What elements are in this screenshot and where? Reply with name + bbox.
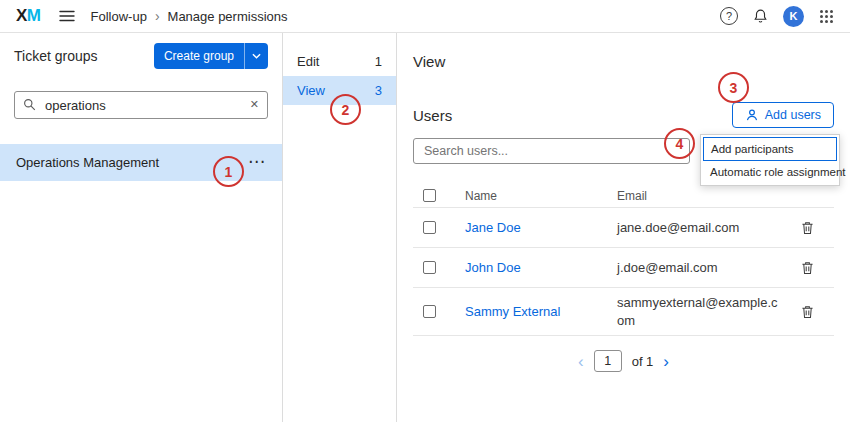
- user-email: j.doe@email.com: [617, 253, 779, 283]
- trash-icon: [801, 261, 814, 275]
- group-search: ✕: [14, 91, 268, 119]
- trash-icon: [801, 221, 814, 235]
- annotation-circle-4: 4: [664, 128, 695, 159]
- delete-user-button[interactable]: [793, 261, 814, 275]
- page-number-input[interactable]: 1: [594, 350, 622, 372]
- xm-logo: X M: [16, 6, 41, 26]
- search-icon: [23, 98, 36, 111]
- user-email: sammyexternal@example.com: [617, 288, 779, 335]
- notifications-bell-icon[interactable]: [753, 8, 768, 24]
- permission-tabs-panel: Edit 1 View 3: [283, 33, 397, 422]
- add-users-button[interactable]: Add users: [732, 102, 834, 128]
- person-icon: [745, 108, 759, 122]
- tab-view-label: View: [297, 83, 325, 98]
- group-search-input[interactable]: [14, 91, 268, 119]
- create-group-split-button: Create group: [154, 43, 268, 69]
- page-count-label: of 1: [632, 354, 654, 369]
- add-users-label: Add users: [765, 108, 821, 122]
- breadcrumb-item-manage-permissions: Manage permissions: [168, 9, 288, 24]
- user-avatar[interactable]: K: [783, 6, 804, 27]
- more-options-icon[interactable]: ⋯: [248, 157, 266, 167]
- manage-permissions-page: X M Follow-up › Manage permissions ? K: [0, 0, 850, 422]
- chevron-down-icon: [252, 53, 261, 59]
- delete-user-button[interactable]: [793, 305, 814, 319]
- tab-edit-label: Edit: [297, 54, 319, 69]
- delete-user-button[interactable]: [793, 221, 814, 235]
- logo-letter-x: X: [16, 6, 27, 26]
- add-users-dropdown-menu: Add participants Automatic role assignme…: [700, 134, 840, 186]
- group-name-label: Operations Management: [16, 155, 159, 170]
- previous-page-icon[interactable]: ‹: [578, 353, 584, 370]
- tab-edit[interactable]: Edit 1: [283, 47, 396, 76]
- breadcrumb: Follow-up › Manage permissions: [91, 9, 288, 24]
- users-search-input[interactable]: [413, 138, 690, 164]
- view-detail-panel: View Users Add users Name Email: [397, 33, 850, 422]
- column-header-name: Name: [465, 189, 617, 203]
- logo-letter-m: M: [27, 6, 41, 26]
- help-icon[interactable]: ?: [720, 7, 738, 25]
- table-row: John Doe j.doe@email.com: [413, 248, 834, 288]
- user-name-link[interactable]: Jane Doe: [465, 220, 617, 235]
- ticket-groups-header: Ticket groups Create group: [14, 43, 268, 69]
- users-table: Name Email Jane Doe jane.doe@email.com J…: [413, 184, 834, 336]
- user-email: jane.doe@email.com: [617, 213, 779, 243]
- create-group-button[interactable]: Create group: [154, 43, 244, 69]
- menu-item-automatic-role-assignment[interactable]: Automatic role assignment: [703, 161, 837, 183]
- trash-icon: [801, 305, 814, 319]
- apps-grid-icon[interactable]: [819, 9, 834, 24]
- user-name-link[interactable]: John Doe: [465, 260, 617, 275]
- panel-title: Ticket groups: [14, 48, 98, 64]
- annotation-circle-2: 2: [330, 94, 361, 125]
- next-page-icon[interactable]: ›: [663, 353, 669, 370]
- user-name-link[interactable]: Sammy External: [465, 304, 617, 319]
- column-header-email: Email: [617, 189, 793, 203]
- users-table-header: Name Email: [413, 184, 834, 208]
- tab-edit-count: 1: [375, 54, 382, 69]
- hamburger-menu-icon[interactable]: [59, 9, 75, 23]
- ticket-groups-panel: Ticket groups Create group ✕ Operations …: [0, 33, 283, 422]
- clear-search-icon[interactable]: ✕: [250, 98, 259, 111]
- annotation-circle-1: 1: [213, 156, 244, 187]
- select-row-checkbox[interactable]: [423, 305, 436, 318]
- tab-view-count: 3: [375, 83, 382, 98]
- breadcrumb-item-followup[interactable]: Follow-up: [91, 9, 147, 24]
- select-row-checkbox[interactable]: [423, 261, 436, 274]
- table-row: Jane Doe jane.doe@email.com: [413, 208, 834, 248]
- menu-item-add-participants[interactable]: Add participants: [703, 137, 837, 161]
- users-search: [413, 138, 690, 164]
- select-row-checkbox[interactable]: [423, 221, 436, 234]
- create-group-dropdown-button[interactable]: [244, 43, 268, 69]
- page-title: View: [413, 53, 834, 70]
- breadcrumb-separator-icon: ›: [155, 9, 160, 23]
- users-section-title: Users: [413, 107, 452, 124]
- top-bar: X M Follow-up › Manage permissions ? K: [0, 0, 850, 33]
- pagination: ‹ 1 of 1 ›: [413, 350, 834, 372]
- select-all-checkbox[interactable]: [423, 189, 436, 202]
- top-bar-actions: ? K: [720, 6, 834, 27]
- annotation-circle-3: 3: [718, 72, 749, 103]
- table-row: Sammy External sammyexternal@example.com: [413, 288, 834, 336]
- users-header-row: Users Add users: [413, 102, 834, 128]
